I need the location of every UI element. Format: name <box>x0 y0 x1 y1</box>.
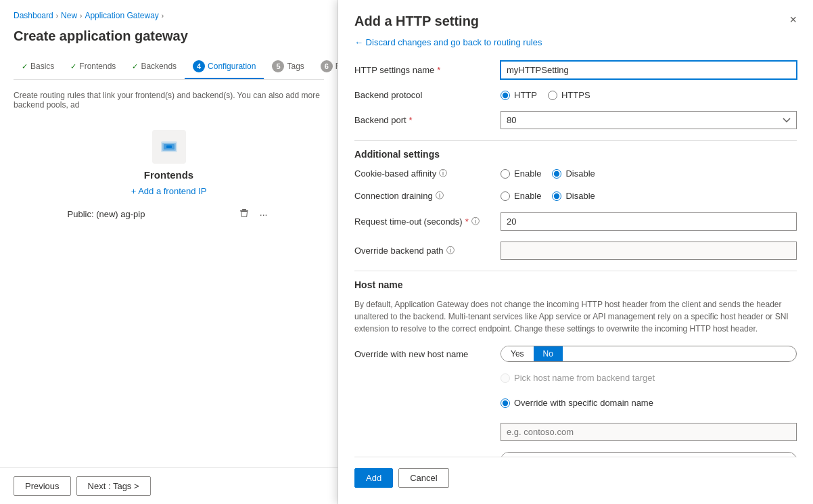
override-host-name-yes[interactable]: Yes <box>501 346 534 361</box>
backend-protocol-https-text: HTTPS <box>561 90 590 100</box>
override-backend-path-label: Override backend path ⓘ <box>354 245 490 256</box>
trash-icon <box>239 208 249 218</box>
delete-frontend-button[interactable] <box>237 207 252 221</box>
backend-protocol-http-radio[interactable] <box>501 91 510 100</box>
bottom-nav: Previous Next : Tags > <box>0 467 338 504</box>
http-settings-name-input[interactable] <box>501 61 797 79</box>
left-panel: Dashboard › New › Application Gateway › … <box>0 0 338 504</box>
tab-backends[interactable]: ✓ Backends <box>124 56 185 78</box>
tab-backends-label: Backends <box>141 62 177 71</box>
domain-name-input[interactable] <box>501 423 797 441</box>
required-indicator-name: * <box>437 65 440 75</box>
override-host-name-toggle[interactable]: Yes No <box>501 346 797 362</box>
backend-protocol-http-label[interactable]: HTTP <box>501 90 537 100</box>
override-specific-domain-label[interactable]: Override with specific domain name <box>501 398 653 408</box>
request-timeout-input[interactable] <box>501 212 797 231</box>
http-settings-name-label: HTTP settings name * <box>354 65 490 75</box>
previous-button[interactable]: Previous <box>14 476 71 496</box>
cookie-affinity-info-icon[interactable]: ⓘ <box>439 168 447 179</box>
tab-basics-label: Basics <box>30 62 54 71</box>
host-name-description: By default, Application Gateway does not… <box>354 298 797 335</box>
cookie-affinity-enable-label[interactable]: Enable <box>501 168 541 179</box>
breadcrumb-sep-3: › <box>162 12 164 20</box>
tab-configuration-label: Configuration <box>208 62 256 71</box>
cookie-affinity-radio-group: Enable Disable <box>501 168 797 179</box>
cookie-based-affinity-control: Enable Disable <box>501 168 797 179</box>
backend-protocol-label: Backend protocol <box>354 90 490 100</box>
pick-host-name-text: Pick host name from backend target <box>514 373 655 383</box>
connection-draining-enable-text: Enable <box>514 191 541 201</box>
pick-host-name-radio[interactable] <box>501 373 510 383</box>
check-icon-basics: ✓ <box>22 62 28 71</box>
frontends-icon <box>152 130 186 164</box>
tab-tags[interactable]: 5 Tags <box>264 55 312 79</box>
additional-settings-header: Additional settings <box>354 149 797 160</box>
check-icon-frontends: ✓ <box>70 62 76 71</box>
drawer-title: Add a HTTP setting <box>354 14 479 29</box>
cookie-affinity-disable-label[interactable]: Disable <box>552 168 595 179</box>
required-indicator-timeout: * <box>465 216 469 227</box>
cookie-based-affinity-row: Cookie-based affinity ⓘ Enable Disable <box>354 168 797 179</box>
host-name-override-row: Pick host name from backend target Overr… <box>354 373 797 441</box>
close-drawer-button[interactable]: × <box>789 14 797 26</box>
cookie-affinity-enable-radio[interactable] <box>501 169 510 179</box>
svg-rect-5 <box>242 209 246 210</box>
tab-review-num: 6 <box>321 60 333 72</box>
check-icon-backends: ✓ <box>132 62 138 71</box>
tab-tags-num: 5 <box>272 60 284 72</box>
svg-rect-3 <box>166 145 172 148</box>
override-backend-path-info-icon[interactable]: ⓘ <box>446 245 455 256</box>
add-http-setting-button[interactable]: Add <box>354 468 393 488</box>
connection-draining-disable-label[interactable]: Disable <box>552 191 595 201</box>
tab-frontends[interactable]: ✓ Frontends <box>62 56 124 78</box>
connection-draining-enable-label[interactable]: Enable <box>501 191 541 201</box>
tab-configuration[interactable]: 4 Configuration <box>185 55 264 79</box>
override-host-name-label: Override with new host name <box>354 349 490 359</box>
more-options-button[interactable]: ··· <box>257 208 271 221</box>
backend-port-select[interactable]: 80 443 8080 <box>501 111 797 129</box>
request-timeout-label: Request time-out (seconds) * ⓘ <box>354 216 490 227</box>
request-timeout-info-icon[interactable]: ⓘ <box>471 216 480 227</box>
breadcrumb-dashboard[interactable]: Dashboard <box>14 11 53 20</box>
frontends-section: Frontends + Add a frontend IP Public: (n… <box>14 130 324 224</box>
cookie-based-affinity-label: Cookie-based affinity ⓘ <box>354 168 490 179</box>
next-tags-button[interactable]: Next : Tags > <box>76 476 151 496</box>
connection-draining-row: Connection draining ⓘ Enable Disable <box>354 190 797 202</box>
back-to-routing-rules-link[interactable]: ← Discard changes and go back to routing… <box>354 37 797 47</box>
frontends-section-label: Frontends <box>144 169 193 181</box>
connection-draining-enable-radio[interactable] <box>501 191 510 201</box>
drawer-footer: Add Cancel <box>354 457 797 490</box>
cookie-affinity-disable-text: Disable <box>565 168 595 179</box>
cookie-affinity-disable-radio[interactable] <box>552 169 561 179</box>
additional-settings-divider <box>354 140 797 141</box>
host-name-divider <box>354 271 797 271</box>
breadcrumb-app-gateway[interactable]: Application Gateway <box>85 11 158 20</box>
connection-draining-disable-radio[interactable] <box>552 191 561 201</box>
breadcrumb-new[interactable]: New <box>61 11 77 20</box>
connection-draining-label: Connection draining ⓘ <box>354 190 490 202</box>
backend-protocol-https-label[interactable]: HTTPS <box>548 90 590 100</box>
request-timeout-control <box>501 212 797 231</box>
backend-protocol-https-radio[interactable] <box>548 91 557 100</box>
backend-protocol-http-text: HTTP <box>514 90 537 100</box>
pick-host-name-label[interactable]: Pick host name from backend target <box>501 373 655 383</box>
tab-frontends-label: Frontends <box>79 62 116 71</box>
backend-port-row: Backend port * 80 443 8080 <box>354 111 797 129</box>
tab-basics[interactable]: ✓ Basics <box>14 56 62 78</box>
required-indicator-port: * <box>409 115 413 125</box>
backend-protocol-row: Backend protocol HTTP HTTPS <box>354 90 797 100</box>
override-host-name-control: Yes No <box>501 346 797 362</box>
wizard-tabs: ✓ Basics ✓ Frontends ✓ Backends 4 Config… <box>14 55 324 80</box>
override-backend-path-input[interactable] <box>501 242 797 260</box>
add-frontend-ip-link[interactable]: + Add a frontend IP <box>131 186 207 196</box>
http-settings-name-control <box>501 61 797 79</box>
tab-configuration-num: 4 <box>193 60 205 72</box>
http-settings-name-row: HTTP settings name * <box>354 61 797 79</box>
connection-draining-info-icon[interactable]: ⓘ <box>436 190 444 202</box>
cancel-http-setting-button[interactable]: Cancel <box>398 468 448 488</box>
override-specific-domain-radio[interactable] <box>501 398 510 408</box>
override-host-name-no[interactable]: No <box>534 346 563 361</box>
tab-review[interactable]: 6 Review + <box>312 55 338 79</box>
override-backend-path-row: Override backend path ⓘ <box>354 242 797 260</box>
override-specific-domain-text: Override with specific domain name <box>514 398 653 408</box>
